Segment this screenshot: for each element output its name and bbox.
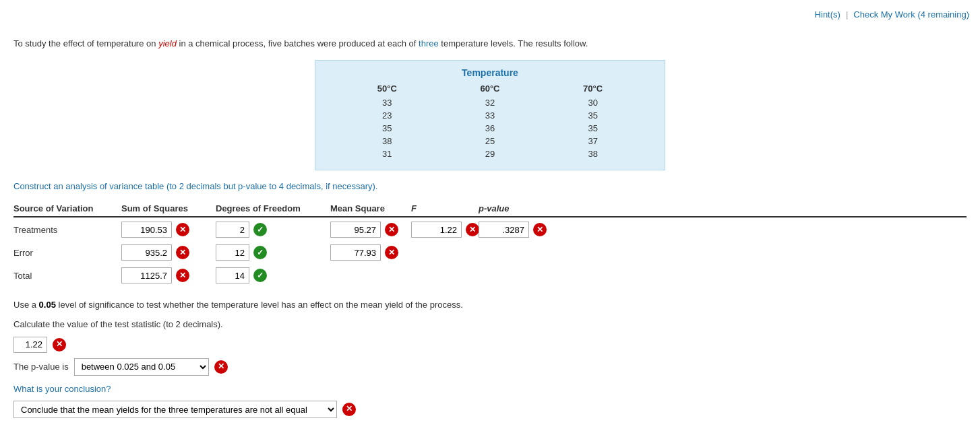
divider: | xyxy=(846,9,848,20)
conclusion-select[interactable]: Conclude that the mean yields for the th… xyxy=(13,401,337,418)
intro-yield: yield xyxy=(158,38,177,48)
anova-row-error: Error ✕ ✓ ✕ xyxy=(13,244,967,261)
cell-r2c1: 23 xyxy=(360,109,414,122)
col-60c: 60°C xyxy=(463,83,517,94)
wrong-icon-error-ms: ✕ xyxy=(385,246,398,259)
test-stat-input[interactable] xyxy=(13,337,47,353)
input-error-ms[interactable] xyxy=(330,244,381,261)
cell-r4c1: 38 xyxy=(360,135,414,147)
col-header-f: F xyxy=(411,203,479,213)
row-ss-error: ✕ xyxy=(121,244,216,261)
conclusion-label: What is your conclusion? xyxy=(13,381,967,397)
anova-row-total: Total ✕ ✓ xyxy=(13,267,967,283)
anova-header-row: Source of Variation Sum of Squares Degre… xyxy=(13,203,967,218)
temp-col-headers: 50°C 60°C 70°C xyxy=(336,83,644,94)
top-bar: Hint(s) | Check My Work (4 remaining) xyxy=(815,9,969,20)
col-header-df: Degrees of Freedom xyxy=(216,203,330,213)
sig-text2: level of significance to test whether th… xyxy=(59,300,463,310)
row-f-treatments: ✕ xyxy=(411,222,479,238)
cell-r5c3: 38 xyxy=(566,147,620,160)
temp-row-5: 31 29 38 xyxy=(336,147,644,160)
wrong-icon-error-ss: ✕ xyxy=(176,246,189,259)
correct-icon-error-df: ✓ xyxy=(253,246,267,259)
hints-link[interactable]: Hint(s) xyxy=(815,9,840,20)
col-header-pval: p-value xyxy=(479,203,559,213)
col-70c: 70°C xyxy=(566,83,620,94)
sig-level: 0.05 xyxy=(39,300,56,310)
intro-text-end: temperature levels. The results follow. xyxy=(441,38,588,48)
significance-section: Use a 0.05 level of significance to test… xyxy=(13,297,967,418)
check-label: Check My Work xyxy=(853,9,915,20)
input-total-df[interactable] xyxy=(216,267,249,283)
row-pval-treatments: ✕ xyxy=(479,222,559,238)
intro-paragraph: To study the effect of temperature on yi… xyxy=(13,37,967,51)
row-ss-treatments: ✕ xyxy=(121,222,216,238)
temp-row-2: 23 33 35 xyxy=(336,109,644,122)
temperature-table-wrapper: Temperature 50°C 60°C 70°C 33 32 30 23 3… xyxy=(13,60,967,170)
temp-table-header: Temperature xyxy=(336,67,644,78)
instruction-text: Construct an analysis of variance table … xyxy=(13,180,967,193)
cell-r5c2: 29 xyxy=(463,147,517,160)
anova-table: Source of Variation Sum of Squares Degre… xyxy=(13,203,967,283)
pvalue-label: The p-value is xyxy=(13,359,69,374)
row-label-treatments: Treatments xyxy=(13,225,121,235)
calc-label: Calculate the value of the test statisti… xyxy=(13,316,967,332)
cell-r2c2: 33 xyxy=(463,109,517,122)
intro-three: three xyxy=(419,38,439,48)
cell-r2c3: 35 xyxy=(566,109,620,122)
row-df-error: ✓ xyxy=(216,244,330,261)
col-header-source: Source of Variation xyxy=(13,203,121,213)
temperature-table: Temperature 50°C 60°C 70°C 33 32 30 23 3… xyxy=(315,60,665,170)
row-label-total: Total xyxy=(13,271,121,281)
correct-icon-total-df: ✓ xyxy=(253,269,267,282)
input-total-ss[interactable] xyxy=(121,267,172,283)
wrong-icon-treatments-pval: ✕ xyxy=(533,223,547,236)
remaining-label: (4 remaining) xyxy=(917,9,969,20)
row-df-total: ✓ xyxy=(216,267,330,283)
main-content: To study the effect of temperature on yi… xyxy=(0,0,980,432)
conclusion-row: Conclude that the mean yields for the th… xyxy=(13,401,967,418)
cell-r4c3: 37 xyxy=(566,135,620,147)
row-ms-treatments: ✕ xyxy=(330,222,411,238)
temp-row-3: 35 36 35 xyxy=(336,122,644,135)
intro-text-before: To study the effect of temperature on xyxy=(13,38,156,48)
cell-r3c1: 35 xyxy=(360,122,414,135)
check-my-work-link[interactable]: Check My Work (4 remaining) xyxy=(853,9,969,20)
row-df-treatments: ✓ xyxy=(216,222,330,238)
input-treatments-ss[interactable] xyxy=(121,222,172,238)
temp-row-4: 38 25 37 xyxy=(336,135,644,147)
row-label-error: Error xyxy=(13,248,121,258)
wrong-icon-treatments-ms: ✕ xyxy=(385,223,398,236)
wrong-icon-test-stat: ✕ xyxy=(53,338,66,352)
col-50c: 50°C xyxy=(360,83,414,94)
sig-text: Use a xyxy=(13,300,36,310)
input-error-ss[interactable] xyxy=(121,244,172,261)
correct-icon-treatments-df: ✓ xyxy=(253,223,267,236)
cell-r3c2: 36 xyxy=(463,122,517,135)
cell-r1c1: 33 xyxy=(360,96,414,109)
cell-r4c2: 25 xyxy=(463,135,517,147)
col-header-ss: Sum of Squares xyxy=(121,203,216,213)
anova-row-treatments: Treatments ✕ ✓ ✕ ✕ ✕ xyxy=(13,222,967,238)
cell-r5c1: 31 xyxy=(360,147,414,160)
input-treatments-f[interactable] xyxy=(411,222,462,238)
input-error-df[interactable] xyxy=(216,244,249,261)
row-ss-total: ✕ xyxy=(121,267,216,283)
input-treatments-pval[interactable] xyxy=(479,222,529,238)
temp-row-1: 33 32 30 xyxy=(336,96,644,109)
input-treatments-ms[interactable] xyxy=(330,222,381,238)
col-header-ms: Mean Square xyxy=(330,203,411,213)
significance-paragraph: Use a 0.05 level of significance to test… xyxy=(13,297,967,312)
pvalue-select[interactable]: between 0.025 and 0.05 less than 0.01 be… xyxy=(74,358,209,376)
wrong-icon-treatments-ss: ✕ xyxy=(176,223,189,236)
test-stat-row: ✕ xyxy=(13,337,967,353)
intro-text-middle: in a chemical process, five batches were… xyxy=(179,38,417,48)
input-treatments-df[interactable] xyxy=(216,222,249,238)
wrong-icon-total-ss: ✕ xyxy=(176,269,189,282)
cell-r1c2: 32 xyxy=(463,96,517,109)
wrong-icon-treatments-f: ✕ xyxy=(466,223,479,236)
cell-r1c3: 30 xyxy=(566,96,620,109)
row-ms-error: ✕ xyxy=(330,244,411,261)
wrong-icon-conclusion: ✕ xyxy=(342,403,356,416)
cell-r3c3: 35 xyxy=(566,122,620,135)
